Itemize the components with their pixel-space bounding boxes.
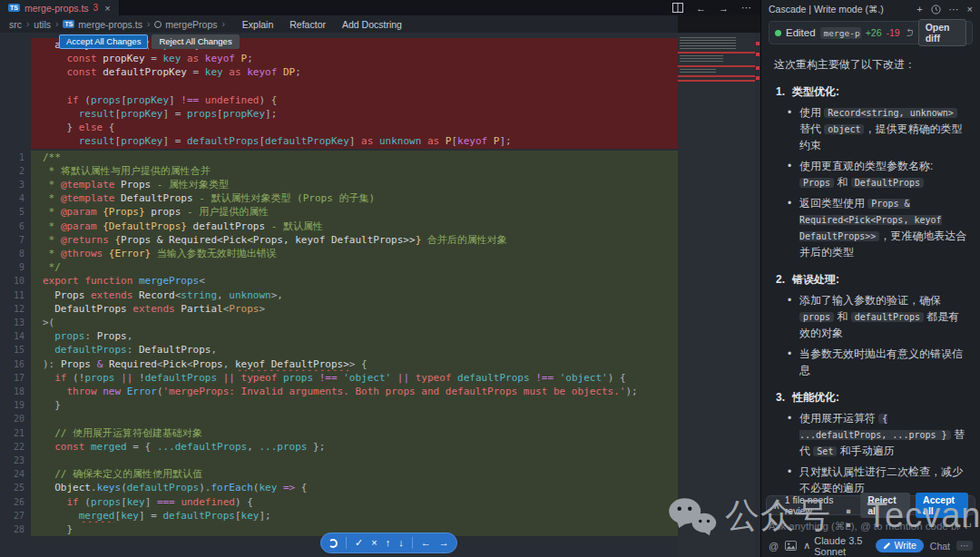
line-number: 23 xyxy=(0,454,31,467)
edited-label: Edited xyxy=(786,27,816,38)
line-number: 15 xyxy=(0,343,31,357)
breadcrumb-utils[interactable]: utils xyxy=(34,19,51,30)
breadcrumb-src[interactable]: src xyxy=(9,19,22,30)
status-dot xyxy=(775,30,781,36)
assistant-bullet: 添加了输入参数的验证，确保 props 和 defaultProps 都是有效的… xyxy=(799,292,967,341)
split-editor-icon[interactable] xyxy=(672,3,683,13)
code-line: 12 DefaultProps extends Partial<Props> xyxy=(0,302,678,316)
chat-input-row: ↵ xyxy=(769,517,973,535)
inline-code: Props xyxy=(799,178,834,188)
next-change-icon[interactable]: ↓ xyxy=(398,538,404,548)
assistant-section: 2.错误处理:添加了输入参数的验证，确保 props 和 defaultProp… xyxy=(774,271,967,378)
breadcrumb-symbol[interactable]: mergeProps xyxy=(154,19,217,30)
typescript-icon: TS xyxy=(63,20,74,28)
code-line: 2 * 将默认属性与用户提供的属性合并 xyxy=(0,164,678,178)
inline-code: Record<string, unknown> xyxy=(824,108,956,118)
code-line: 16): Props & Required<Pick<Props, keyof … xyxy=(0,357,678,371)
line-number: 16 xyxy=(0,357,31,371)
chat-input[interactable] xyxy=(769,521,960,532)
tab-label: merge-props.ts xyxy=(24,3,89,14)
line-number: 14 xyxy=(0,329,31,343)
pencil-icon xyxy=(883,542,891,550)
edited-file-card[interactable]: Edited merge-pr +26 -19 Open diff xyxy=(769,21,973,44)
divider xyxy=(346,537,347,549)
open-diff-button[interactable]: Open diff xyxy=(918,19,966,46)
line-number: 21 xyxy=(0,426,31,440)
tab-problem-badge: 3 xyxy=(93,3,99,13)
editor-more-icon[interactable]: ⋯ xyxy=(741,2,751,14)
code-line: 24 // 确保未定义的属性使用默认值 xyxy=(0,467,678,481)
line-number: 6 xyxy=(0,220,31,233)
line-number: 24 xyxy=(0,467,31,481)
tab-close-icon[interactable]: × xyxy=(104,3,110,14)
panel-close-icon[interactable]: × xyxy=(967,4,973,15)
code-line: 23 xyxy=(0,454,678,467)
code-line: 8 * @throws {Error} 当输入参数无效时抛出错误 xyxy=(0,247,678,260)
accept-all-changes-button[interactable]: Accept All Changes xyxy=(59,34,148,49)
chat-mode-button[interactable]: Chat xyxy=(930,541,950,552)
code-line: 22 const merged = { ...defaultProps, ...… xyxy=(0,440,678,454)
divider xyxy=(412,537,413,549)
mode-more-icon[interactable]: ⋯ xyxy=(956,541,973,551)
breadcrumb-file[interactable]: TS merge-props.ts xyxy=(63,19,142,30)
code-line: 17 if (!props || !defaultProps || typeof… xyxy=(0,371,678,385)
back-icon[interactable]: ← xyxy=(696,3,706,14)
history-icon[interactable] xyxy=(931,5,941,15)
added-code-block: 1/**2 * 将默认属性与用户提供的属性合并3 * @template Pro… xyxy=(0,151,678,537)
assistant-bullet: 使用 Record<string, unknown> 替代 object，提供更… xyxy=(799,104,967,153)
reject-all-changes-button[interactable]: Reject All Changes xyxy=(152,34,239,49)
chevron-up-icon[interactable]: ∧ xyxy=(773,500,780,511)
deleted-code-line: } else { xyxy=(43,121,678,134)
code-line: 15 defaultProps: DefaultProps, xyxy=(0,343,678,357)
accept-all-button[interactable]: Accept all xyxy=(916,493,968,518)
write-mode-button[interactable]: Write xyxy=(876,539,924,552)
model-selector[interactable]: ∧ Claude 3.5 Sonnet xyxy=(803,535,868,557)
model-name: Claude 3.5 Sonnet xyxy=(814,535,868,557)
assistant-intro: 这次重构主要做了以下改进： xyxy=(774,56,967,73)
code-editor[interactable]: Accept All Changes Reject All Changes al… xyxy=(0,33,678,557)
reject-all-button[interactable]: Reject all xyxy=(860,493,910,518)
additions-count: +26 xyxy=(866,27,882,38)
explain-action[interactable]: Explain xyxy=(242,19,273,30)
edited-file-pill[interactable]: merge-pr xyxy=(820,27,861,39)
code-line: 20 xyxy=(0,412,678,425)
previous-change-icon[interactable]: ↑ xyxy=(386,538,391,548)
deleted-code-line: result[propKey] = defaultProps[defaultPr… xyxy=(43,134,678,148)
code-line: 21 // 使用展开运算符创建基础对象 xyxy=(0,426,678,440)
next-file-icon[interactable]: → xyxy=(439,538,449,548)
chevron-right-icon: › xyxy=(55,19,58,29)
reject-change-icon[interactable]: × xyxy=(371,538,377,548)
deleted-code-line: const propKey = key as keyof P; xyxy=(43,52,678,65)
forward-icon[interactable]: → xyxy=(719,3,729,14)
accept-change-icon[interactable]: ✓ xyxy=(355,538,363,548)
code-line: 1/** xyxy=(0,151,678,164)
deleted-code-line xyxy=(43,80,678,93)
line-number: 17 xyxy=(0,371,31,385)
diff-navigation-toolbar: ✓ × ↑ ↓ ← → xyxy=(320,533,457,553)
refactor-action[interactable]: Refactor xyxy=(289,19,326,30)
cascade-panel: Cascade | Write mode (⌘.) + ⋯ × Edited m… xyxy=(760,0,980,557)
prev-file-icon[interactable]: ← xyxy=(421,538,431,548)
line-number: 27 xyxy=(0,509,31,523)
image-attach-icon[interactable] xyxy=(785,541,797,551)
inline-code: Set xyxy=(813,446,837,456)
revert-icon[interactable] xyxy=(905,28,914,37)
deleted-code-line: if (props[propKey] !== undefined) { xyxy=(43,93,678,107)
mention-icon[interactable]: @ xyxy=(769,541,779,552)
diff-banner: Accept All Changes Reject All Changes xyxy=(59,34,240,49)
line-number: 19 xyxy=(0,398,31,412)
minimap[interactable] xyxy=(678,33,755,557)
assistant-section: 3.性能优化:使用展开运算符 { ...defaultProps, ...pro… xyxy=(774,389,967,496)
line-number: 4 xyxy=(0,191,31,205)
add-docstring-action[interactable]: Add Docstring xyxy=(342,19,402,30)
editor-tab-merge-props[interactable]: TS merge-props.ts 3 × xyxy=(0,0,120,15)
minimap-deleted-mark xyxy=(678,75,755,77)
code-line: 5 * @param {Props} props - 用户提供的属性 xyxy=(0,205,678,219)
minimap-code-texture xyxy=(680,37,736,50)
assistant-bullet: 返回类型使用 Props & Required<Pick<Props, keyo… xyxy=(799,195,967,260)
code-line: 14 props: Props, xyxy=(0,329,678,343)
code-line: 4 * @template DefaultProps - 默认属性对象类型 (P… xyxy=(0,191,678,205)
code-line: 9 */ xyxy=(0,260,678,274)
new-chat-icon[interactable]: + xyxy=(916,4,922,15)
panel-more-icon[interactable]: ⋯ xyxy=(949,4,959,15)
